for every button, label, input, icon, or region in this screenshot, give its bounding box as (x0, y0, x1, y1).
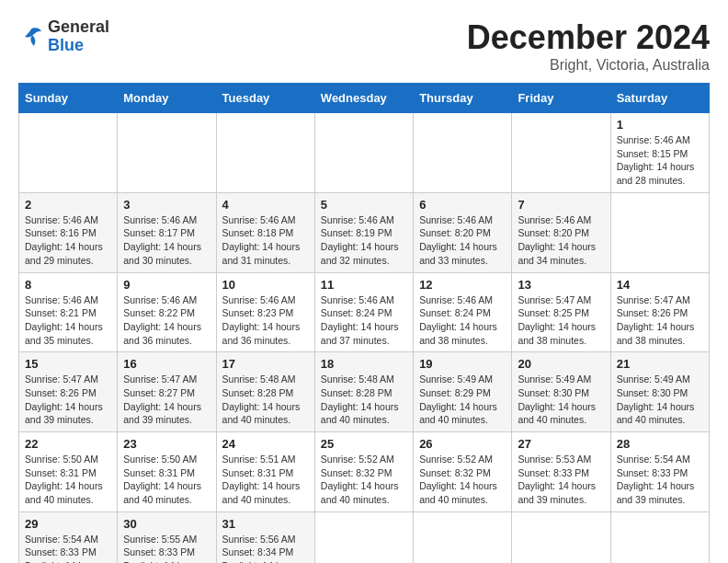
logo-text: General Blue (48, 18, 109, 55)
calendar-cell: 25 Sunrise: 5:52 AMSunset: 8:32 PMDaylig… (314, 432, 413, 512)
day-number: 13 (518, 278, 604, 292)
day-number: 3 (123, 198, 210, 212)
day-header-wednesday: Wednesday (314, 84, 413, 113)
day-info: Sunrise: 5:46 AMSunset: 8:19 PMDaylight:… (321, 213, 407, 268)
day-info: Sunrise: 5:55 AMSunset: 8:33 PMDaylight:… (123, 533, 210, 563)
calendar-cell: 30 Sunrise: 5:55 AMSunset: 8:33 PMDaylig… (118, 511, 216, 563)
day-number: 25 (321, 437, 407, 451)
calendar-cell: 9 Sunrise: 5:46 AMSunset: 8:22 PMDayligh… (118, 272, 216, 352)
day-info: Sunrise: 5:52 AMSunset: 8:32 PMDaylight:… (419, 453, 506, 507)
day-info: Sunrise: 5:54 AMSunset: 8:33 PMDaylight:… (25, 533, 111, 563)
calendar-cell: 13 Sunrise: 5:47 AMSunset: 8:25 PMDaylig… (512, 272, 610, 352)
calendar-cell: 19 Sunrise: 5:49 AMSunset: 8:29 PMDaylig… (414, 352, 512, 432)
day-number: 11 (321, 278, 407, 292)
day-info: Sunrise: 5:46 AMSunset: 8:16 PMDaylight:… (25, 213, 111, 268)
day-number: 7 (518, 198, 604, 212)
calendar-body: 1 Sunrise: 5:46 AMSunset: 8:15 PMDayligh… (19, 113, 710, 564)
page-header: General Blue December 2024 Bright, Victo… (18, 18, 710, 74)
day-number: 20 (518, 357, 604, 371)
calendar-cell: 15 Sunrise: 5:47 AMSunset: 8:26 PMDaylig… (19, 352, 118, 432)
day-info: Sunrise: 5:49 AMSunset: 8:30 PMDaylight:… (518, 373, 604, 427)
week-row-3: 8 Sunrise: 5:46 AMSunset: 8:21 PMDayligh… (19, 272, 710, 352)
day-number: 2 (25, 198, 111, 212)
calendar-cell: 21 Sunrise: 5:49 AMSunset: 8:30 PMDaylig… (610, 352, 709, 432)
location-title: Bright, Victoria, Australia (467, 57, 710, 74)
calendar-cell (512, 113, 610, 193)
day-info: Sunrise: 5:46 AMSunset: 8:15 PMDaylight:… (617, 133, 703, 188)
calendar-cell: 29 Sunrise: 5:54 AMSunset: 8:33 PMDaylig… (19, 511, 118, 563)
calendar-cell: 24 Sunrise: 5:51 AMSunset: 8:31 PMDaylig… (216, 432, 314, 512)
week-row-4: 15 Sunrise: 5:47 AMSunset: 8:26 PMDaylig… (19, 352, 710, 432)
day-number: 22 (25, 437, 111, 451)
calendar-cell: 1 Sunrise: 5:46 AMSunset: 8:15 PMDayligh… (610, 113, 709, 193)
day-info: Sunrise: 5:53 AMSunset: 8:33 PMDaylight:… (518, 453, 604, 507)
week-row-6: 29 Sunrise: 5:54 AMSunset: 8:33 PMDaylig… (19, 511, 710, 563)
calendar-header: SundayMondayTuesdayWednesdayThursdayFrid… (19, 84, 710, 113)
calendar-cell: 27 Sunrise: 5:53 AMSunset: 8:33 PMDaylig… (512, 432, 610, 512)
day-info: Sunrise: 5:48 AMSunset: 8:28 PMDaylight:… (321, 373, 407, 427)
day-info: Sunrise: 5:46 AMSunset: 8:22 PMDaylight:… (123, 293, 210, 348)
week-row-5: 22 Sunrise: 5:50 AMSunset: 8:31 PMDaylig… (19, 432, 710, 512)
day-info: Sunrise: 5:47 AMSunset: 8:26 PMDaylight:… (25, 373, 111, 427)
calendar-cell: 12 Sunrise: 5:46 AMSunset: 8:24 PMDaylig… (414, 272, 512, 352)
day-number: 19 (419, 357, 506, 371)
day-header-thursday: Thursday (414, 84, 512, 113)
calendar-cell: 28 Sunrise: 5:54 AMSunset: 8:33 PMDaylig… (610, 432, 709, 512)
day-info: Sunrise: 5:49 AMSunset: 8:30 PMDaylight:… (617, 373, 703, 427)
day-info: Sunrise: 5:47 AMSunset: 8:26 PMDaylight:… (617, 293, 703, 348)
day-number: 8 (25, 278, 111, 292)
logo-bird-icon (18, 24, 44, 50)
day-number: 29 (25, 517, 111, 531)
day-header-saturday: Saturday (610, 84, 709, 113)
day-number: 26 (419, 437, 506, 451)
day-info: Sunrise: 5:54 AMSunset: 8:33 PMDaylight:… (617, 453, 703, 507)
calendar-cell: 17 Sunrise: 5:48 AMSunset: 8:28 PMDaylig… (216, 352, 314, 432)
calendar-cell: 10 Sunrise: 5:46 AMSunset: 8:23 PMDaylig… (216, 272, 314, 352)
day-header-sunday: Sunday (19, 84, 118, 113)
day-number: 21 (617, 357, 703, 371)
day-info: Sunrise: 5:47 AMSunset: 8:27 PMDaylight:… (123, 373, 210, 427)
calendar-cell: 23 Sunrise: 5:50 AMSunset: 8:31 PMDaylig… (118, 432, 216, 512)
day-header-monday: Monday (118, 84, 216, 113)
day-info: Sunrise: 5:46 AMSunset: 8:18 PMDaylight:… (222, 213, 309, 268)
day-info: Sunrise: 5:56 AMSunset: 8:34 PMDaylight:… (222, 533, 309, 563)
day-info: Sunrise: 5:46 AMSunset: 8:20 PMDaylight:… (419, 213, 506, 268)
calendar-cell: 31 Sunrise: 5:56 AMSunset: 8:34 PMDaylig… (216, 511, 314, 563)
logo: General Blue (18, 18, 109, 55)
day-info: Sunrise: 5:46 AMSunset: 8:23 PMDaylight:… (222, 293, 309, 348)
day-info: Sunrise: 5:46 AMSunset: 8:24 PMDaylight:… (321, 293, 407, 348)
day-info: Sunrise: 5:52 AMSunset: 8:32 PMDaylight:… (321, 453, 407, 507)
day-number: 1 (617, 118, 703, 132)
day-info: Sunrise: 5:46 AMSunset: 8:21 PMDaylight:… (25, 293, 111, 348)
calendar-cell (512, 511, 610, 563)
day-number: 9 (123, 278, 210, 292)
day-number: 5 (321, 198, 407, 212)
day-number: 31 (222, 517, 309, 531)
day-number: 30 (123, 517, 210, 531)
calendar-cell: 6 Sunrise: 5:46 AMSunset: 8:20 PMDayligh… (414, 192, 512, 272)
day-info: Sunrise: 5:46 AMSunset: 8:20 PMDaylight:… (518, 213, 604, 268)
day-info: Sunrise: 5:46 AMSunset: 8:24 PMDaylight:… (419, 293, 506, 348)
day-info: Sunrise: 5:49 AMSunset: 8:29 PMDaylight:… (419, 373, 506, 427)
day-number: 12 (419, 278, 506, 292)
day-info: Sunrise: 5:50 AMSunset: 8:31 PMDaylight:… (25, 453, 111, 507)
day-number: 24 (222, 437, 309, 451)
calendar-cell (19, 113, 118, 193)
day-number: 14 (617, 278, 703, 292)
calendar-cell: 2 Sunrise: 5:46 AMSunset: 8:16 PMDayligh… (19, 192, 118, 272)
day-number: 6 (419, 198, 506, 212)
calendar-cell: 18 Sunrise: 5:48 AMSunset: 8:28 PMDaylig… (314, 352, 413, 432)
day-header-friday: Friday (512, 84, 610, 113)
calendar-cell (216, 113, 314, 193)
day-info: Sunrise: 5:50 AMSunset: 8:31 PMDaylight:… (123, 453, 210, 507)
day-number: 15 (25, 357, 111, 371)
calendar-cell: 7 Sunrise: 5:46 AMSunset: 8:20 PMDayligh… (512, 192, 610, 272)
calendar-cell: 16 Sunrise: 5:47 AMSunset: 8:27 PMDaylig… (118, 352, 216, 432)
calendar-cell (610, 511, 709, 563)
day-info: Sunrise: 5:48 AMSunset: 8:28 PMDaylight:… (222, 373, 309, 427)
day-number: 28 (617, 437, 703, 451)
day-header-tuesday: Tuesday (216, 84, 314, 113)
calendar-cell: 8 Sunrise: 5:46 AMSunset: 8:21 PMDayligh… (19, 272, 118, 352)
day-number: 17 (222, 357, 309, 371)
calendar-cell: 26 Sunrise: 5:52 AMSunset: 8:32 PMDaylig… (414, 432, 512, 512)
